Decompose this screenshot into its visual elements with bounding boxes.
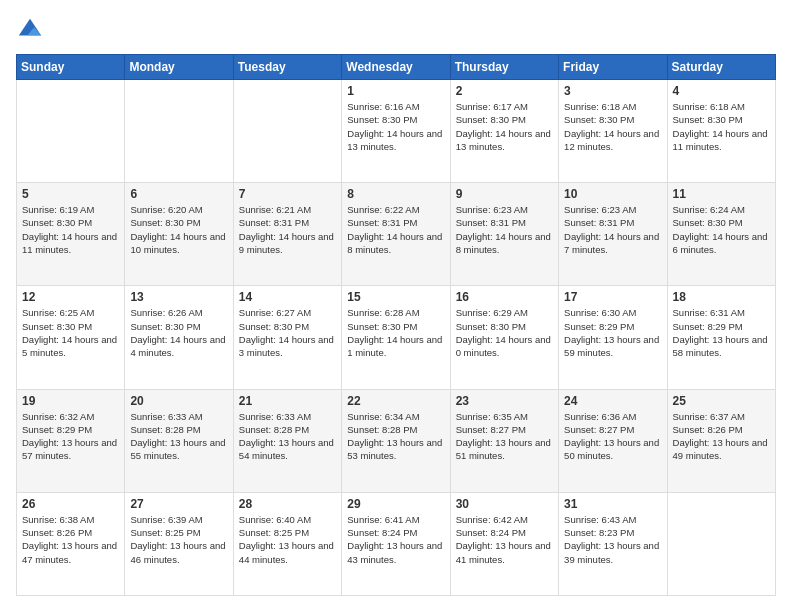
calendar-week-4: 19Sunrise: 6:32 AMSunset: 8:29 PMDayligh… — [17, 389, 776, 492]
calendar-cell: 5Sunrise: 6:19 AMSunset: 8:30 PMDaylight… — [17, 183, 125, 286]
day-number: 27 — [130, 497, 227, 511]
day-info: Sunrise: 6:25 AMSunset: 8:30 PMDaylight:… — [22, 306, 119, 359]
calendar-header-thursday: Thursday — [450, 55, 558, 80]
day-number: 22 — [347, 394, 444, 408]
calendar-cell: 7Sunrise: 6:21 AMSunset: 8:31 PMDaylight… — [233, 183, 341, 286]
calendar-cell — [125, 80, 233, 183]
calendar-cell: 14Sunrise: 6:27 AMSunset: 8:30 PMDayligh… — [233, 286, 341, 389]
calendar-cell: 9Sunrise: 6:23 AMSunset: 8:31 PMDaylight… — [450, 183, 558, 286]
day-info: Sunrise: 6:26 AMSunset: 8:30 PMDaylight:… — [130, 306, 227, 359]
header — [16, 16, 776, 44]
day-number: 15 — [347, 290, 444, 304]
calendar-cell: 19Sunrise: 6:32 AMSunset: 8:29 PMDayligh… — [17, 389, 125, 492]
calendar-cell: 18Sunrise: 6:31 AMSunset: 8:29 PMDayligh… — [667, 286, 775, 389]
day-number: 23 — [456, 394, 553, 408]
calendar-header-tuesday: Tuesday — [233, 55, 341, 80]
day-info: Sunrise: 6:42 AMSunset: 8:24 PMDaylight:… — [456, 513, 553, 566]
calendar-cell: 24Sunrise: 6:36 AMSunset: 8:27 PMDayligh… — [559, 389, 667, 492]
day-info: Sunrise: 6:17 AMSunset: 8:30 PMDaylight:… — [456, 100, 553, 153]
calendar-cell: 3Sunrise: 6:18 AMSunset: 8:30 PMDaylight… — [559, 80, 667, 183]
calendar-header-wednesday: Wednesday — [342, 55, 450, 80]
calendar-cell: 11Sunrise: 6:24 AMSunset: 8:30 PMDayligh… — [667, 183, 775, 286]
calendar-week-1: 1Sunrise: 6:16 AMSunset: 8:30 PMDaylight… — [17, 80, 776, 183]
day-info: Sunrise: 6:19 AMSunset: 8:30 PMDaylight:… — [22, 203, 119, 256]
calendar-cell: 21Sunrise: 6:33 AMSunset: 8:28 PMDayligh… — [233, 389, 341, 492]
day-info: Sunrise: 6:27 AMSunset: 8:30 PMDaylight:… — [239, 306, 336, 359]
day-number: 20 — [130, 394, 227, 408]
day-number: 2 — [456, 84, 553, 98]
calendar-cell: 30Sunrise: 6:42 AMSunset: 8:24 PMDayligh… — [450, 492, 558, 595]
calendar-cell: 16Sunrise: 6:29 AMSunset: 8:30 PMDayligh… — [450, 286, 558, 389]
day-number: 1 — [347, 84, 444, 98]
day-number: 21 — [239, 394, 336, 408]
day-number: 25 — [673, 394, 770, 408]
day-info: Sunrise: 6:22 AMSunset: 8:31 PMDaylight:… — [347, 203, 444, 256]
day-info: Sunrise: 6:40 AMSunset: 8:25 PMDaylight:… — [239, 513, 336, 566]
calendar-header-saturday: Saturday — [667, 55, 775, 80]
day-info: Sunrise: 6:37 AMSunset: 8:26 PMDaylight:… — [673, 410, 770, 463]
day-info: Sunrise: 6:18 AMSunset: 8:30 PMDaylight:… — [564, 100, 661, 153]
day-number: 24 — [564, 394, 661, 408]
day-number: 18 — [673, 290, 770, 304]
day-info: Sunrise: 6:23 AMSunset: 8:31 PMDaylight:… — [456, 203, 553, 256]
calendar-week-2: 5Sunrise: 6:19 AMSunset: 8:30 PMDaylight… — [17, 183, 776, 286]
calendar-cell: 29Sunrise: 6:41 AMSunset: 8:24 PMDayligh… — [342, 492, 450, 595]
day-number: 6 — [130, 187, 227, 201]
calendar-table: SundayMondayTuesdayWednesdayThursdayFrid… — [16, 54, 776, 596]
day-number: 28 — [239, 497, 336, 511]
day-number: 9 — [456, 187, 553, 201]
day-info: Sunrise: 6:33 AMSunset: 8:28 PMDaylight:… — [130, 410, 227, 463]
calendar-cell: 31Sunrise: 6:43 AMSunset: 8:23 PMDayligh… — [559, 492, 667, 595]
day-number: 26 — [22, 497, 119, 511]
day-info: Sunrise: 6:24 AMSunset: 8:30 PMDaylight:… — [673, 203, 770, 256]
day-number: 30 — [456, 497, 553, 511]
day-number: 17 — [564, 290, 661, 304]
calendar-header-friday: Friday — [559, 55, 667, 80]
day-info: Sunrise: 6:41 AMSunset: 8:24 PMDaylight:… — [347, 513, 444, 566]
day-number: 29 — [347, 497, 444, 511]
day-info: Sunrise: 6:35 AMSunset: 8:27 PMDaylight:… — [456, 410, 553, 463]
calendar-cell — [233, 80, 341, 183]
day-number: 5 — [22, 187, 119, 201]
day-info: Sunrise: 6:28 AMSunset: 8:30 PMDaylight:… — [347, 306, 444, 359]
calendar-cell: 20Sunrise: 6:33 AMSunset: 8:28 PMDayligh… — [125, 389, 233, 492]
calendar-cell: 23Sunrise: 6:35 AMSunset: 8:27 PMDayligh… — [450, 389, 558, 492]
calendar-header-monday: Monday — [125, 55, 233, 80]
day-number: 12 — [22, 290, 119, 304]
day-info: Sunrise: 6:20 AMSunset: 8:30 PMDaylight:… — [130, 203, 227, 256]
calendar-cell: 6Sunrise: 6:20 AMSunset: 8:30 PMDaylight… — [125, 183, 233, 286]
calendar-cell: 1Sunrise: 6:16 AMSunset: 8:30 PMDaylight… — [342, 80, 450, 183]
day-info: Sunrise: 6:29 AMSunset: 8:30 PMDaylight:… — [456, 306, 553, 359]
day-number: 31 — [564, 497, 661, 511]
calendar-cell: 27Sunrise: 6:39 AMSunset: 8:25 PMDayligh… — [125, 492, 233, 595]
calendar-cell: 13Sunrise: 6:26 AMSunset: 8:30 PMDayligh… — [125, 286, 233, 389]
calendar-cell — [667, 492, 775, 595]
day-info: Sunrise: 6:43 AMSunset: 8:23 PMDaylight:… — [564, 513, 661, 566]
logo-icon — [16, 16, 44, 44]
day-info: Sunrise: 6:33 AMSunset: 8:28 PMDaylight:… — [239, 410, 336, 463]
calendar-cell — [17, 80, 125, 183]
day-number: 10 — [564, 187, 661, 201]
day-info: Sunrise: 6:32 AMSunset: 8:29 PMDaylight:… — [22, 410, 119, 463]
calendar-week-5: 26Sunrise: 6:38 AMSunset: 8:26 PMDayligh… — [17, 492, 776, 595]
calendar-cell: 22Sunrise: 6:34 AMSunset: 8:28 PMDayligh… — [342, 389, 450, 492]
day-number: 16 — [456, 290, 553, 304]
day-info: Sunrise: 6:31 AMSunset: 8:29 PMDaylight:… — [673, 306, 770, 359]
calendar-cell: 15Sunrise: 6:28 AMSunset: 8:30 PMDayligh… — [342, 286, 450, 389]
day-info: Sunrise: 6:34 AMSunset: 8:28 PMDaylight:… — [347, 410, 444, 463]
day-number: 3 — [564, 84, 661, 98]
calendar-cell: 8Sunrise: 6:22 AMSunset: 8:31 PMDaylight… — [342, 183, 450, 286]
calendar-cell: 10Sunrise: 6:23 AMSunset: 8:31 PMDayligh… — [559, 183, 667, 286]
day-info: Sunrise: 6:36 AMSunset: 8:27 PMDaylight:… — [564, 410, 661, 463]
day-info: Sunrise: 6:23 AMSunset: 8:31 PMDaylight:… — [564, 203, 661, 256]
calendar-week-3: 12Sunrise: 6:25 AMSunset: 8:30 PMDayligh… — [17, 286, 776, 389]
calendar-cell: 26Sunrise: 6:38 AMSunset: 8:26 PMDayligh… — [17, 492, 125, 595]
day-info: Sunrise: 6:16 AMSunset: 8:30 PMDaylight:… — [347, 100, 444, 153]
day-number: 4 — [673, 84, 770, 98]
day-info: Sunrise: 6:18 AMSunset: 8:30 PMDaylight:… — [673, 100, 770, 153]
day-number: 8 — [347, 187, 444, 201]
day-info: Sunrise: 6:38 AMSunset: 8:26 PMDaylight:… — [22, 513, 119, 566]
day-number: 7 — [239, 187, 336, 201]
calendar-header-row: SundayMondayTuesdayWednesdayThursdayFrid… — [17, 55, 776, 80]
calendar-cell: 28Sunrise: 6:40 AMSunset: 8:25 PMDayligh… — [233, 492, 341, 595]
